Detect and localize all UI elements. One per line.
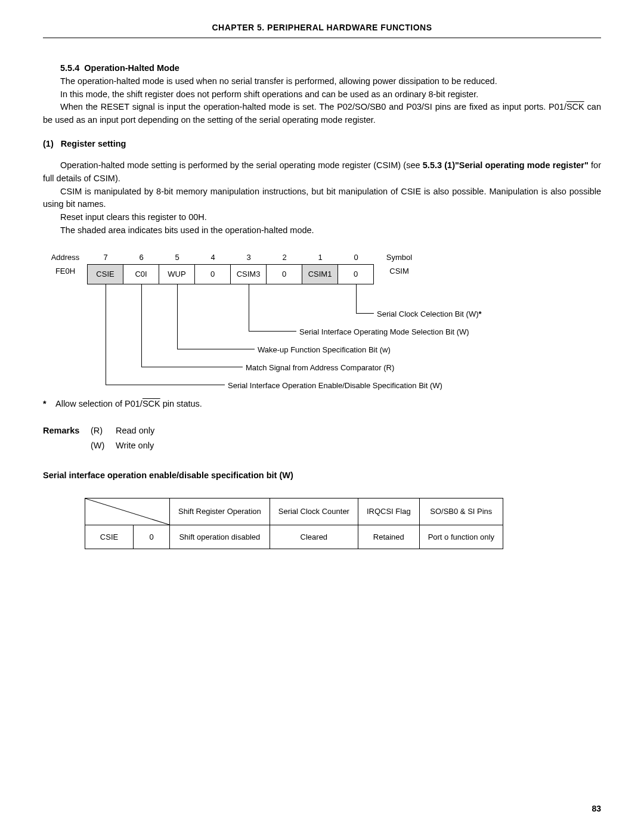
bit-5-wup: WUP <box>159 264 195 284</box>
bit-idx-2: 2 <box>267 250 302 265</box>
row-label-csie: CSIE <box>85 525 134 549</box>
bit-7-csie: CSIE <box>87 264 123 284</box>
bit-4: 0 <box>194 264 231 284</box>
paragraph-1: The operation-halted mode is used when n… <box>43 75 601 88</box>
desc-bit6: Match Signal from Address Comparator (R) <box>246 362 394 374</box>
col-irqcsi: IRQCSI Flag <box>358 498 419 525</box>
address-value: FE0H <box>43 264 88 284</box>
bit-2: 0 <box>266 264 302 284</box>
paragraph-6: Reset input clears this register to 00H. <box>43 211 601 224</box>
desc-bit0: Serial Clock Celection Bit (W)* <box>377 308 482 320</box>
remarks-r-code: (R) <box>91 425 116 438</box>
remarks-w-text: Write only <box>116 439 601 453</box>
bit-3-csim3: CSIM3 <box>230 264 267 284</box>
subsection-title: Register setting <box>61 139 126 148</box>
row-val-0: 0 <box>134 525 170 549</box>
section-number: 5.5.4 <box>60 63 79 73</box>
svg-line-0 <box>85 498 169 525</box>
cell-portfunc: Port o function only <box>419 525 503 549</box>
diagonal-header-cell <box>85 498 170 525</box>
bit-idx-5: 5 <box>159 250 195 265</box>
register-diagram: Address 7 6 5 4 3 2 1 0 Symbol FE0H CSIE… <box>43 250 601 392</box>
paragraph-2: In this mode, the shift register does no… <box>43 88 601 101</box>
bit-idx-4: 4 <box>195 250 231 265</box>
symbol-label: Symbol <box>374 250 425 265</box>
footnote: * Allow selection of P01/SCK pin status. <box>43 398 601 411</box>
desc-bit7: Serial Interface Operation Enable/Disabl… <box>228 380 442 392</box>
subsection-number: (1) <box>43 139 54 148</box>
bit-idx-3: 3 <box>231 250 267 265</box>
paragraph-4: Operation-halted mode setting is perform… <box>43 159 601 185</box>
bit-6-c0i: C0I <box>123 264 159 284</box>
address-label: Address <box>43 250 88 265</box>
desc-bit3: Serial Interface Operating Mode Selectio… <box>299 326 469 338</box>
symbol-value: CSIM <box>374 264 425 284</box>
sck-overline: SCK <box>566 102 584 112</box>
cell-retained: Retained <box>358 525 419 549</box>
bit-idx-6: 6 <box>123 250 159 265</box>
cell-cleared: Cleared <box>270 525 358 549</box>
col-serial-clock: Serial Clock Counter <box>270 498 358 525</box>
bit-1-csim1: CSIM1 <box>302 264 338 284</box>
bit-idx-0: 0 <box>338 250 374 265</box>
csie-table-title: Serial interface operation enable/disabl… <box>43 469 601 482</box>
bit-0: 0 <box>338 264 374 284</box>
body-text: 5.5.4 Operation-Halted Mode The operatio… <box>43 62 601 549</box>
csie-table: Shift Register Operation Serial Clock Co… <box>85 498 503 550</box>
remarks-r-text: Read only <box>116 425 601 438</box>
remarks-block: Remarks (R) Read only (W) Write only <box>43 425 601 453</box>
bit-description-lines: Serial Clock Celection Bit (W)* Serial I… <box>43 284 601 392</box>
col-shift-register: Shift Register Operation <box>170 498 270 525</box>
section-title: Operation-Halted Mode <box>84 63 179 73</box>
paragraph-3: When the RESET signal is input the opera… <box>43 101 601 127</box>
bit-idx-7: 7 <box>88 250 123 265</box>
chapter-header: CHAPTER 5. PERIPHERAL HARDWARE FUNCTIONS <box>43 21 601 38</box>
paragraph-5: CSIM is manipulated by 8-bit memory mani… <box>43 185 601 212</box>
bit-idx-1: 1 <box>302 250 338 265</box>
remarks-w-code: (W) <box>91 439 116 453</box>
paragraph-7: The shaded area indicates bits used in t… <box>43 224 601 237</box>
col-pins: SO/SB0 & SI Pins <box>419 498 503 525</box>
desc-bit5: Wake-up Function Specification Bit (w) <box>258 344 391 356</box>
cell-shiftop: Shift operation disabled <box>170 525 270 549</box>
remarks-label: Remarks <box>43 425 91 438</box>
